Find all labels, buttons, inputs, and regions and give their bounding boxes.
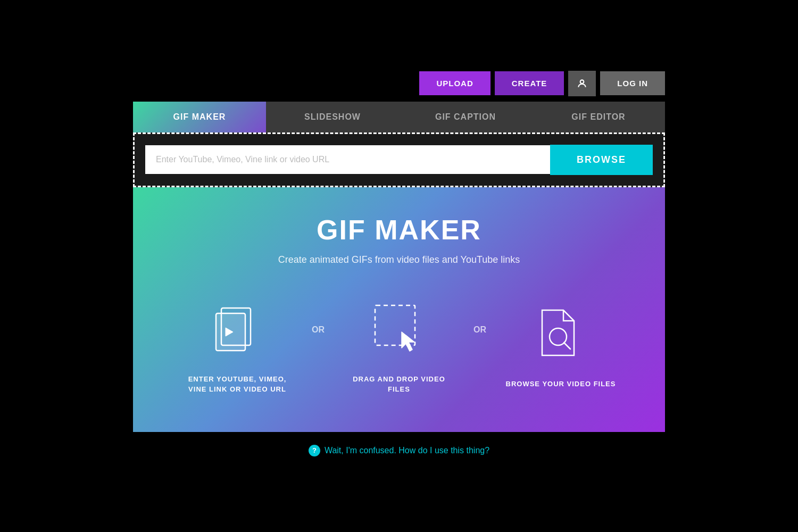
main-title: GIF MAKER — [317, 214, 481, 246]
browse-icon — [529, 302, 593, 366]
icons-row: ENTER YOUTUBE, VIMEO,VINE LINK OR VIDEO … — [154, 297, 644, 395]
upload-button[interactable]: UPLOAD — [419, 71, 490, 95]
page-wrapper: UPLOAD CREATE LOG IN GIF MAKER SLIDESHOW… — [133, 71, 665, 462]
enter-link-label: ENTER YOUTUBE, VIMEO,VINE LINK OR VIDEO … — [188, 374, 287, 395]
icon-item-browse: BROWSE YOUR VIDEO FILES — [502, 302, 619, 389]
tab-gif-editor[interactable]: GIF EDITOR — [532, 102, 665, 132]
svg-line-7 — [564, 343, 570, 349]
url-input[interactable] — [145, 145, 550, 174]
browse-label: BROWSE YOUR VIDEO FILES — [506, 379, 616, 389]
help-text: Wait, I'm confused. How do I use this th… — [325, 446, 489, 455]
create-button[interactable]: CREATE — [495, 71, 564, 95]
svg-point-0 — [580, 80, 584, 84]
icon-item-enter-link: ENTER YOUTUBE, VIMEO,VINE LINK OR VIDEO … — [179, 297, 296, 395]
drag-drop-icon — [367, 297, 431, 361]
drag-drop-label: DRAG AND DROP VIDEOFILES — [353, 374, 445, 395]
video-link-icon — [205, 297, 269, 361]
tab-gif-caption[interactable]: GIF CAPTION — [399, 102, 532, 132]
icon-item-drag-drop: DRAG AND DROP VIDEOFILES — [340, 297, 458, 395]
top-nav: UPLOAD CREATE LOG IN — [133, 71, 665, 96]
footer: ? Wait, I'm confused. How do I use this … — [133, 432, 665, 462]
main-subtitle: Create animated GIFs from video files an… — [278, 254, 520, 265]
tabs-bar: GIF MAKER SLIDESHOW GIF CAPTION GIF EDIT… — [133, 102, 665, 132]
upload-area: BROWSE — [133, 132, 665, 187]
or-divider-2: OR — [473, 325, 486, 367]
tab-slideshow[interactable]: SLIDESHOW — [266, 102, 399, 132]
browse-button[interactable]: BROWSE — [550, 145, 653, 175]
help-link[interactable]: ? Wait, I'm confused. How do I use this … — [309, 445, 489, 456]
login-button[interactable]: LOG IN — [600, 71, 665, 95]
user-icon-button[interactable] — [568, 71, 596, 96]
help-icon: ? — [309, 445, 320, 456]
main-content: GIF MAKER Create animated GIFs from vide… — [133, 187, 665, 432]
or-divider-1: OR — [312, 325, 325, 367]
svg-marker-5 — [402, 332, 414, 351]
tab-gif-maker[interactable]: GIF MAKER — [133, 102, 266, 132]
